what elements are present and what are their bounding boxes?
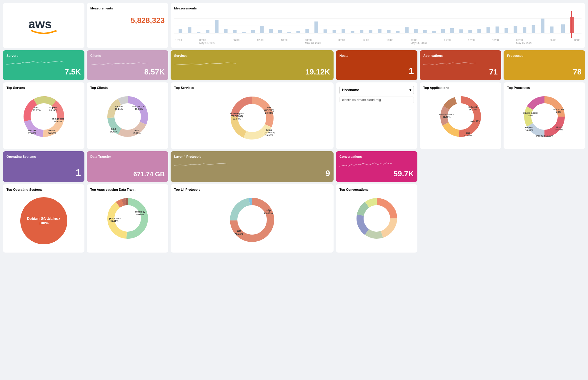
svg-text:agetty: agetty [556,126,563,128]
hostname-card: Hostname ▾ elastic-sa-dmarx-cloud-mig [336,82,417,149]
svg-text:metricbeat: metricbeat [552,108,564,111]
hostname-label: Hostname [342,88,359,92]
svg-text:(TCP/9300): (TCP/9300) [231,115,243,117]
measurements-small-title: Measurements [90,6,165,10]
svg-rect-21 [324,29,327,33]
applications-value: 71 [423,67,498,77]
top-clients-svg: s-ipam 28.21% 192.168.1.42 23.69% lab3 1… [104,93,151,140]
svg-rect-32 [423,30,427,33]
servers-sparkline [6,59,81,67]
services-metric-card: Services 19.12K [171,50,334,80]
svg-text:elasticsearch: elasticsearch [439,113,454,116]
top-services-donut: es-transport (TCP/9300) 32.04% dns (UDP/… [174,91,330,145]
servers-value: 7.5K [6,67,81,77]
servers-title: Servers [6,54,81,57]
top-clients-donut: s-ipam 28.21% 192.168.1.42 23.69% lab3 1… [90,91,165,142]
svg-text:dns.google: dns.google [51,117,64,120]
svg-rect-11 [233,30,236,33]
svg-rect-46 [550,26,553,33]
svg-rect-16 [278,30,282,33]
svg-text:39.07%: 39.07% [136,213,144,216]
svg-rect-15 [269,29,273,33]
top-processes-title: Top Processes [507,86,582,89]
svg-text:20.14%: 20.14% [49,109,57,112]
top-os-title: Top Operating Systems [6,188,81,191]
svg-text:smb 16%: smb 16% [470,120,480,122]
l4proto-value: 9 [174,168,330,178]
top-servers-card: Top Servers noc1 25.17% s-ipam 20.14% dn… [3,82,84,149]
svg-rect-45 [541,19,544,33]
top-conversations-donut [339,193,414,244]
hostname-dropdown[interactable]: Hostname ▾ [339,86,414,94]
svg-text:elastic-agent: elastic-agent [523,112,537,114]
svg-text:25%: 25% [556,111,561,113]
svg-rect-10 [224,29,227,33]
svg-text:noc1: noc1 [34,106,39,109]
svg-rect-42 [514,26,517,33]
top-datatransfer-card: Top Apps causing Data Tran... opensearch… [87,184,168,253]
svg-text:aws: aws [28,17,51,31]
svg-rect-20 [314,21,318,33]
svg-rect-39 [487,27,490,33]
svg-rect-14 [260,26,264,33]
conversations-metric-card: Conversations 59.7K [336,151,417,182]
svg-rect-35 [450,28,454,33]
measurements-chart-title: Measurements [174,6,582,10]
top-l4proto-title: Top L4 Protocols [174,188,330,191]
top-datatransfer-donut: opensearch 50.95% synology 39.07% [90,193,165,244]
svg-text:18.47%: 18.47% [54,120,62,123]
conversations-sparkline [339,160,414,169]
top-processes-donut: elastic-agent 25% metricbeat 25% agetty … [507,91,582,142]
top-l4proto-donut: tcp 74.46% udp 23.08% [174,193,330,247]
svg-rect-27 [378,29,382,33]
top-datatransfer-svg: opensearch 50.95% synology 39.07% [104,195,151,242]
clients-title: Clients [90,54,165,57]
top-conversations-svg [353,195,400,242]
svg-text:(UDP/53): (UDP/53) [264,109,274,112]
clients-value: 8.57K [90,67,165,77]
svg-text:synology: synology [135,210,145,213]
svg-rect-12 [242,32,246,33]
svg-text:filebeat: filebeat [525,126,533,129]
top-clients-title: Top Clients [90,86,165,89]
top-services-card: Top Services es-transport (TCP/9300) 32.… [171,82,334,149]
svg-text:32.04%: 32.04% [233,117,241,120]
svg-rect-44 [532,25,535,33]
svg-text:51.43%: 51.43% [442,116,450,118]
svg-text:14.42%: 14.42% [109,130,117,133]
chart-x-labels: 18:00 00:00May 12, 2023 06:00 12:00 18:0… [174,39,582,44]
top-conversations-card: Top Conversations [336,184,417,253]
services-sparkline [174,59,330,67]
top-services-svg: es-transport (TCP/9300) 32.04% dns (UDP/… [226,93,279,143]
top-datatransfer-title: Top Apps causing Data Tran... [90,188,165,191]
measurements-chart-area: 18:00 00:00May 12, 2023 06:00 12:00 18:0… [174,11,582,44]
svg-rect-13 [251,30,255,33]
svg-point-111 [531,103,558,130]
clients-sparkline [90,59,165,67]
svg-rect-36 [459,29,463,33]
svg-text:23.08%: 23.08% [264,212,273,215]
svg-text:192.168.1.42: 192.168.1.42 [132,105,146,108]
svg-text:16.67%: 16.67% [525,129,533,132]
svg-rect-7 [197,32,200,33]
svg-text:28.21%: 28.21% [115,108,123,110]
svg-text:16.16%: 16.16% [469,108,477,111]
svg-rect-38 [477,29,481,33]
svg-rect-9 [215,20,219,33]
svg-rect-47 [561,24,565,33]
svg-text:24.35%: 24.35% [265,112,273,114]
measurements-small-card: Measurements 5,828,323 [87,3,168,48]
applications-metric-card: Applications 71 [420,50,501,80]
top-applications-donut: elasticsearch 51.43% influxdb 16.16% smb… [423,91,498,142]
hosts-value: 1 [339,65,414,77]
os-value: 1 [6,167,81,178]
svg-rect-26 [369,30,372,33]
hosts-metric-card: Hosts 1 [336,50,417,80]
hostname-value: elastic-sa-dmarx-cloud-mig [339,97,414,103]
svg-text:11.57%: 11.57% [464,134,472,137]
svg-text:s-ipam: s-ipam [115,105,123,108]
svg-text:25.17%: 25.17% [33,109,41,112]
hosts-title: Hosts [339,54,414,57]
svg-rect-43 [523,27,526,33]
svg-rect-29 [396,31,399,33]
